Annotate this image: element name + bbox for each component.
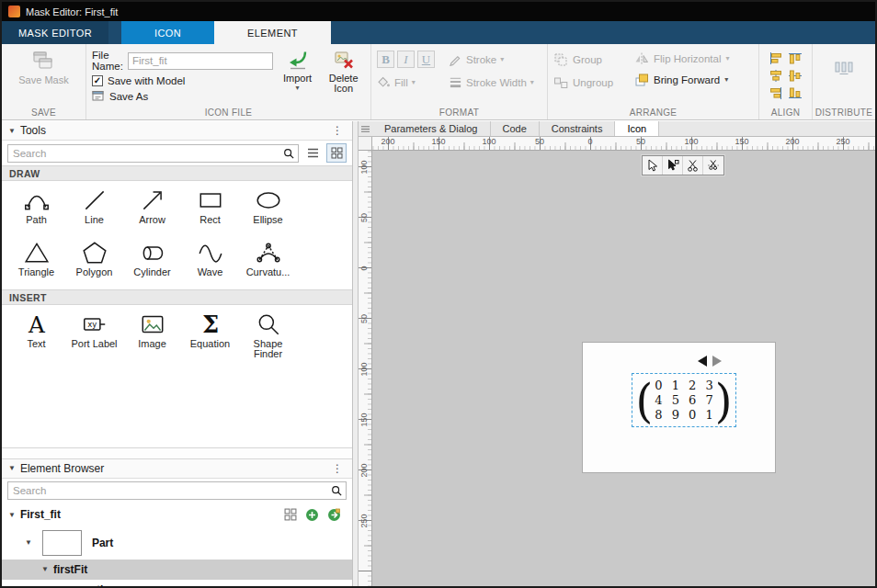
tool-image[interactable]: Image [123,308,181,360]
tool-shape-finder[interactable]: Shape Finder [239,308,297,360]
list-view-button[interactable] [302,143,323,163]
grid-view-icon[interactable] [284,508,297,521]
align-top-icon [788,51,803,65]
file-name-input[interactable] [128,52,273,70]
tree-item-equation[interactable]: equation [2,580,352,587]
grid-view-icon [331,147,343,159]
align-top-button[interactable] [787,51,803,65]
select-tool-button[interactable] [643,156,663,175]
align-bottom-icon [788,86,803,100]
distribute-button[interactable] [832,55,856,79]
chevron-down-icon: ▼ [8,464,16,472]
tool-cylinder[interactable]: Cylinder [123,236,181,288]
align-right-button[interactable] [768,85,784,100]
bring-forward-dropdown[interactable]: Bring Forward ▾ [634,73,730,87]
node-edit-tool-button[interactable] [663,156,683,175]
left-arrow-icon[interactable] [698,356,707,367]
cut-tool-button[interactable] [683,156,703,175]
underline-button[interactable]: U [417,51,435,68]
align-middle-button[interactable] [787,68,803,83]
save-with-model-checkbox[interactable]: ✓ [92,75,103,86]
stroke-dropdown[interactable]: Stroke ▾ [449,52,504,66]
equation-icon: Σ [197,311,224,338]
align-middle-icon [788,69,803,83]
tools-search-input[interactable] [8,148,279,159]
tool-path[interactable]: Path [7,184,65,236]
ungroup-button[interactable]: Ungroup [553,75,634,90]
tabstrip-gap [108,21,121,44]
search-icon [327,485,346,496]
tool-curvature[interactable]: Curvatu... [239,236,297,288]
tool-line[interactable]: Line [65,184,123,236]
align-left-icon [769,51,783,65]
tool-text[interactable]: A Text [7,308,65,360]
bold-button[interactable]: B [377,51,394,68]
tool-arrow[interactable]: Arrow [123,184,181,236]
align-center-button[interactable] [768,68,784,83]
element-browser-search-input[interactable] [8,485,327,496]
tree-item-part[interactable]: ▼ Part [2,526,352,560]
vertical-ruler: 100 50 0 50 100 150 200 250 [359,151,372,586]
right-arrow-icon[interactable] [712,356,722,367]
tool-polygon[interactable]: Polygon [65,236,123,288]
element-browser-kebab-menu-icon[interactable]: ⋮ [329,463,346,474]
document-tabstrip: Parameters & Dialog Code Constraints Ico… [359,121,875,137]
add-copy-element-icon[interactable] [327,508,341,522]
icon-file-section-label: ICON FILE [86,107,370,118]
group-icon [553,52,568,67]
chevron-down-icon[interactable]: ▼ [8,511,16,519]
fill-dropdown[interactable]: Fill ▾ [377,75,439,89]
tab-constraints[interactable]: Constraints [540,121,616,136]
grid-view-button[interactable] [326,143,347,163]
hamburger-icon[interactable] [359,121,372,136]
tab-icon[interactable]: ICON [121,21,214,44]
import-button[interactable]: Import ▾ [279,48,316,105]
tool-rect[interactable]: Rect [181,184,239,236]
polygon-icon [81,239,108,266]
flip-horizontal-dropdown[interactable]: Flip Horizontal ▾ [634,51,730,66]
group-button[interactable]: Group [553,52,634,67]
document-area: Parameters & Dialog Code Constraints Ico… [359,121,875,586]
stroke-width-dropdown[interactable]: Stroke Width ▾ [449,75,534,89]
tab-parameters-dialog[interactable]: Parameters & Dialog [372,121,491,136]
tab-mask-editor[interactable]: MASK EDITOR [2,21,108,44]
tab-icon-view[interactable]: Icon [615,121,659,136]
tools-panel-title: Tools [20,124,46,137]
align-left-button[interactable] [768,51,784,65]
tab-code[interactable]: Code [491,121,540,136]
tools-kebab-menu-icon[interactable]: ⋮ [329,125,346,136]
tool-equation[interactable]: Σ Equation [181,308,239,360]
stroke-icon [449,52,462,66]
tool-ellipse[interactable]: Ellipse [239,184,297,236]
window-title: Mask Editor: First_fit [26,6,118,17]
tree-item-root[interactable]: ▼ First_fit [2,503,352,526]
element-browser-header[interactable]: ▼ Element Browser ⋮ [2,459,352,479]
save-mask-button[interactable]: Save Mask [18,48,68,105]
delete-icon-button[interactable]: Delete Icon [322,48,365,105]
tool-port-label[interactable]: xy Port Label [65,308,123,360]
split-path-tool-button[interactable] [703,156,723,175]
port-arrows [698,356,722,367]
chevron-down-icon[interactable]: ▼ [25,538,32,547]
save-as-button[interactable]: Save As [92,90,273,102]
tab-element[interactable]: ELEMENT [214,21,331,44]
selection-box[interactable]: ( 0 1 2 3 4 5 6 7 8 9 0 1 ) [632,373,736,427]
triangle-icon [23,239,51,266]
align-center-icon [769,69,783,83]
italic-button[interactable]: I [397,51,415,68]
align-bottom-button[interactable] [787,85,803,100]
chevron-down-icon[interactable]: ▼ [41,565,49,573]
tool-triangle[interactable]: Triangle [7,236,65,288]
add-element-icon[interactable] [305,508,319,522]
tools-panel-header[interactable]: ▼ Tools ⋮ [2,121,352,141]
insert-tool-grid: A Text xy Port Label Image Σ Equation [2,305,352,364]
icon-canvas[interactable]: ( 0 1 2 3 4 5 6 7 8 9 0 1 ) [372,151,875,586]
save-as-icon [92,90,105,102]
draw-tool-grid: Path Line Arrow Rect Ellipse [2,181,352,289]
main-content: ▼ Tools ⋮ DRAW [2,121,875,586]
wave-icon [197,239,224,266]
stroke-width-caret: ▾ [530,80,534,85]
tree-item-firstfit[interactable]: ▼ firstFit [2,560,352,580]
tool-wave[interactable]: Wave [181,236,239,288]
mask-icon-card[interactable]: ( 0 1 2 3 4 5 6 7 8 9 0 1 ) [582,342,776,473]
